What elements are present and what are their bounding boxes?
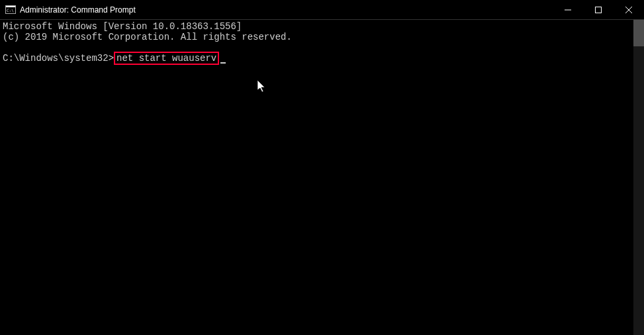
close-button[interactable] bbox=[614, 0, 644, 19]
terminal-line-version: Microsoft Windows [Version 10.0.18363.15… bbox=[3, 21, 242, 32]
terminal-prompt: C:\Windows\system32> bbox=[3, 53, 114, 64]
titlebar[interactable]: Administrator: Command Prompt bbox=[0, 0, 644, 20]
window-title: Administrator: Command Prompt bbox=[20, 5, 553, 15]
scrollbar-thumb[interactable] bbox=[633, 20, 644, 46]
terminal-content[interactable]: Microsoft Windows [Version 10.0.18363.15… bbox=[0, 20, 633, 335]
cmd-icon bbox=[5, 5, 16, 14]
scrollbar-track[interactable] bbox=[633, 20, 644, 335]
terminal-command: net start wuauserv bbox=[116, 53, 216, 64]
cursor bbox=[220, 62, 226, 64]
svg-rect-1 bbox=[596, 7, 602, 13]
terminal-area: Microsoft Windows [Version 10.0.18363.15… bbox=[0, 20, 644, 335]
terminal-line-copyright: (c) 2019 Microsoft Corporation. All righ… bbox=[3, 32, 292, 42]
command-highlight: net start wuauserv bbox=[114, 52, 219, 65]
window-controls bbox=[553, 0, 644, 19]
maximize-button[interactable] bbox=[583, 0, 614, 19]
minimize-button[interactable] bbox=[553, 0, 583, 19]
